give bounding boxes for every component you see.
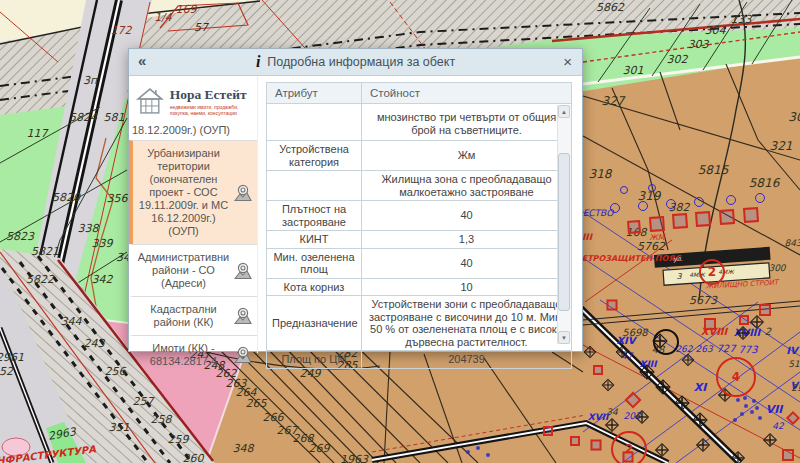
- locate-icon[interactable]: [233, 346, 253, 365]
- locate-icon[interactable]: [233, 183, 253, 202]
- house-icon: [133, 86, 167, 116]
- vegetation-dot: [740, 412, 744, 416]
- building-marker-red: [695, 211, 711, 227]
- dialog-title-wrap: i Подробна информация за обект: [256, 54, 455, 70]
- map-label: 133: [731, 14, 752, 25]
- map-label: III: [582, 233, 592, 242]
- well-marker-blue: [638, 201, 648, 211]
- map-label: 5762: [637, 241, 665, 252]
- building-marker-black: [682, 354, 695, 367]
- collapse-button[interactable]: «: [138, 53, 146, 68]
- attributes-table: Атрибут Стойност мнозинство три четвърти…: [266, 82, 572, 369]
- attribute-cell: Устройствена категория: [267, 141, 362, 171]
- attribute-cell: Кота корниз: [267, 278, 362, 296]
- map-label: 5673: [689, 295, 717, 306]
- map-viewport[interactable]: 1691/4172573п582458111758203563385823339…: [0, 0, 800, 463]
- building-marker-red: [759, 304, 771, 316]
- vegetation-dot: [758, 416, 762, 420]
- map-label: 581: [104, 112, 125, 123]
- building-marker-red: [625, 392, 642, 409]
- map-label: 300: [768, 264, 785, 273]
- map-label: 172: [111, 25, 132, 36]
- well-marker-blue: [666, 199, 676, 209]
- map-label: 727: [716, 344, 735, 354]
- map-label: 259: [168, 434, 189, 445]
- scroll-thumb[interactable]: [558, 153, 570, 311]
- map-label: 169: [176, 4, 197, 15]
- well-marker-blue: [610, 203, 620, 213]
- map-label: 327: [602, 95, 625, 107]
- attribute-cell: Мин. озеленена площ: [267, 248, 362, 278]
- vegetation-dot: [750, 410, 754, 414]
- attribute-cell: [267, 171, 362, 201]
- vegetation-dot: [752, 399, 756, 403]
- col-header-value: Стойност: [362, 83, 572, 104]
- scroll-up-arrow[interactable]: ▲: [558, 105, 570, 118]
- map-label: 2: [765, 327, 771, 337]
- building-marker-black: [584, 346, 597, 359]
- well-marker-blue: [620, 186, 628, 194]
- map-label: 57: [194, 22, 208, 33]
- building-marker-red: [627, 220, 641, 234]
- close-icon[interactable]: ×: [563, 54, 572, 69]
- layer-item[interactable]: Кадастрални райони (КК): [129, 296, 257, 335]
- vegetation-dot: [736, 398, 740, 402]
- map-label: 249: [300, 368, 321, 379]
- map-label: 257: [133, 396, 154, 407]
- map-label: 338: [78, 223, 99, 234]
- map-label: ЖМ: [649, 234, 665, 242]
- map-label: 260: [183, 453, 204, 463]
- map-label: 348: [233, 443, 254, 454]
- value-cell: 40: [362, 201, 572, 231]
- layer-item-fragment[interactable]: 18.12.2009г.) (ОУП): [129, 122, 257, 140]
- map-label: 42: [772, 422, 783, 431]
- locate-icon[interactable]: [233, 307, 253, 326]
- scroll-down-arrow[interactable]: ▼: [558, 331, 570, 344]
- map-label: 256: [105, 366, 126, 377]
- building-marker-red: [786, 411, 800, 425]
- building-marker-black: [674, 395, 690, 411]
- value-cell: 1,3: [362, 231, 572, 249]
- value-cell: 204739: [362, 351, 572, 369]
- map-label: 243: [84, 338, 105, 349]
- map-label: 302: [667, 54, 688, 65]
- map-label: 21: [791, 384, 800, 393]
- vegetation-dot: [476, 446, 480, 450]
- building-marker-red: [782, 449, 794, 461]
- map-label: 5862: [596, 2, 624, 13]
- layer-item[interactable]: Административни райони - СО (Адреси): [129, 244, 257, 296]
- layer-item-label: Административни райони - СО (Адреси): [138, 251, 229, 289]
- logo-tagline: недвижими имоти, продажби, покупка, наем…: [170, 104, 255, 116]
- value-cell: 40: [362, 248, 572, 278]
- col-header-attribute: Атрибут: [267, 83, 362, 104]
- building-marker-red: [570, 436, 580, 446]
- map-label: 344: [61, 316, 82, 327]
- building-marker-black: [655, 443, 669, 457]
- table-row: Жилищна зона с преобладаващо малкоетажно…: [267, 171, 572, 201]
- map-label: 843: [784, 239, 800, 248]
- map-label: 5823: [6, 231, 34, 242]
- building-marker-red: [607, 300, 618, 311]
- building-marker-red: [739, 315, 749, 325]
- map-label: 5816: [749, 177, 780, 189]
- map-label: 773: [738, 345, 757, 355]
- vegetation-dot: [466, 450, 470, 454]
- map-label: IV: [786, 346, 797, 356]
- table-row: Устройствена категорияЖм: [267, 141, 572, 171]
- map-label: 321: [770, 140, 793, 152]
- locate-icon[interactable]: [233, 261, 253, 280]
- map-label: ЕСТВО: [583, 209, 614, 218]
- map-label: 266: [263, 412, 284, 423]
- well-marker-blue: [694, 197, 704, 207]
- layer-item[interactable]: Урбанизирани територии (окончателен прое…: [129, 140, 257, 244]
- layers-sidebar: Нора Естейт недвижими имоти, продажби, п…: [129, 76, 258, 353]
- value-cell: Устройствени зони с преобладаващо застро…: [362, 296, 572, 351]
- value-cell: мнозинство три четвърти от общия брой на…: [362, 104, 572, 141]
- layer-item[interactable]: Имоти (КК) - 68134.2817.4: [129, 335, 257, 374]
- table-row: Кота корниз10: [267, 278, 572, 296]
- layer-item-label: Урбанизирани територии (окончателен прое…: [139, 147, 228, 237]
- table-scrollbar[interactable]: ▲ ▼: [557, 105, 571, 344]
- attribute-cell: КИНТ: [267, 231, 362, 249]
- logo-title: Нора Естейт: [170, 87, 255, 103]
- map-label: 5822: [26, 274, 54, 285]
